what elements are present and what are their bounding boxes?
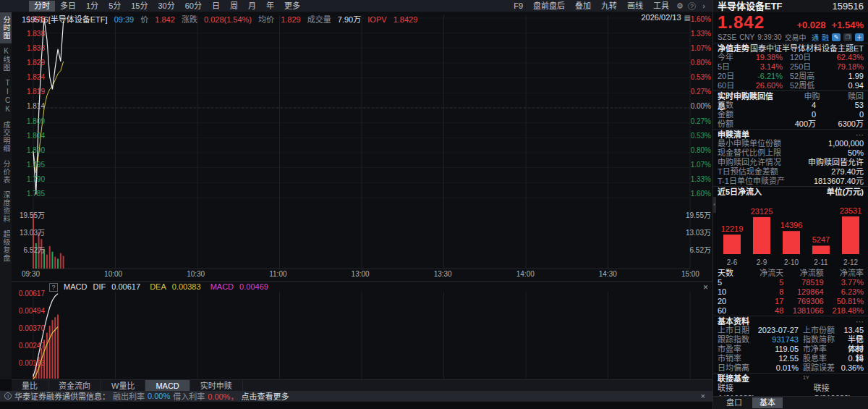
time-tick-4: 13:00: [352, 270, 370, 278]
flow-cell: 60: [718, 306, 744, 316]
see-more-link[interactable]: 点击查看更多: [241, 390, 289, 402]
view-sidebar: 分时图K线图TICK成交明细分价表深度资料超级复盘: [0, 12, 12, 379]
linked-funds-title: 联接基金: [718, 374, 749, 383]
period-button-1[interactable]: 多日: [55, 1, 81, 12]
price-tick-9: 1.800: [27, 146, 45, 154]
flow-cell: 8: [744, 287, 783, 297]
sidebar-item-5[interactable]: 深度资料: [0, 187, 12, 227]
flow-cell: 5: [718, 278, 744, 287]
percent-tick-4: 0.53%: [691, 73, 711, 81]
edit-icon[interactable]: ✎: [832, 33, 841, 41]
period-button-11[interactable]: 更多: [279, 1, 305, 12]
flow-cell: 17: [744, 297, 783, 306]
time-tick-8: 15:00: [681, 270, 699, 278]
nav-trend-link[interactable]: 净值走势: [718, 43, 749, 53]
notice-bar[interactable]: ! 华泰证券融券通供需信息： 融出利率 0.00% 借入利率 0.00%， 点击…: [0, 391, 712, 401]
sidebar-item-4[interactable]: 分价表: [0, 156, 12, 187]
exchange-label: SZSE: [718, 33, 736, 41]
intraday-chart[interactable]: [12, 12, 712, 281]
panel-tab-1[interactable]: 基本: [752, 397, 783, 408]
sidebar-item-3[interactable]: 成交明细: [0, 117, 12, 156]
panel-tabs: 盘口基本: [713, 396, 868, 409]
flow-header-2: 净流额: [783, 269, 823, 278]
macd-header: ? MACD DIF 0.00617 DEA 0.00383 MACD 0.00…: [49, 282, 276, 292]
close-icon[interactable]: ×: [701, 392, 705, 400]
clipped-bottom-panel: [0, 401, 712, 409]
percent-tick-3: 0.80%: [691, 59, 711, 67]
price-change: +0.028: [796, 20, 825, 30]
linked-fund-c[interactable]: 联接C(019633): [814, 383, 864, 393]
basic-row: 跟踪指数931743 指数简称半导体材料: [713, 335, 868, 345]
more-icon[interactable]: ⋯: [856, 130, 864, 139]
percent-tick-6: 0.00%: [691, 102, 711, 110]
price-label: 价: [140, 15, 148, 24]
tool-button-5[interactable]: 工具: [648, 1, 674, 12]
margin-badge-tong: 通: [812, 32, 819, 43]
macd-help-icon[interactable]: ?: [49, 283, 58, 292]
sidebar-item-1[interactable]: K线图: [0, 43, 12, 75]
svg-text:2-12: 2-12: [843, 258, 857, 266]
time-tick-7: 14:30: [599, 270, 617, 278]
price-tick-12: 1.785: [27, 190, 45, 198]
panel-collapse-handle[interactable]: ‹: [712, 197, 716, 213]
help-icon[interactable]: ?: [688, 2, 696, 10]
lend-rate-value: 0.00%: [148, 392, 170, 400]
period-button-10[interactable]: 年: [261, 1, 279, 12]
svg-text:23531: 23531: [839, 206, 861, 215]
list-row: 现金替代比例上限50%: [713, 148, 868, 158]
symbol-label: 159516[半导体设备ETF]: [22, 15, 108, 24]
volume-axis-left: 19.55万13.03万6.52万: [13, 209, 45, 261]
macd-chart[interactable]: [12, 282, 712, 380]
time-tick-3: 11:00: [269, 270, 286, 278]
close-icon[interactable]: ×: [703, 282, 708, 292]
flow-cell: 769306: [783, 297, 823, 306]
tool-button-4[interactable]: 画线: [622, 1, 648, 12]
tool-button-2[interactable]: 叠加: [570, 1, 596, 12]
macd-reading: MACD 0.00469: [210, 282, 272, 291]
intraday-chart-area: 159516[半导体设备ETF] 09:39 价 1.842 涨跌 0.028(…: [12, 12, 712, 281]
index-full-name: 国泰中证半导体材料设备主题ET: [750, 43, 864, 53]
sidebar-item-6[interactable]: 超级复盘: [0, 227, 12, 266]
time-tick-1: 10:00: [104, 270, 122, 278]
netflow-section-title: 近5日净流入: [718, 187, 762, 196]
perf-row: 20日-6.21% 52周高1.99: [713, 72, 868, 81]
price-tick-8: 1.804: [27, 132, 45, 140]
svg-text:12219: 12219: [720, 224, 743, 233]
percent-tick-0: 1.60%: [691, 15, 711, 23]
netflow-bar-chart[interactable]: 122192-6231252-9143962-1052472-11235312-…: [718, 196, 864, 269]
last-price: 1.842: [718, 12, 765, 33]
percent-tick-12: 1.60%: [691, 190, 711, 198]
add-icon[interactable]: ＋: [855, 33, 864, 41]
period-button-7[interactable]: 日: [207, 1, 225, 12]
sidebar-item-2[interactable]: TICK: [0, 75, 12, 117]
news-icon[interactable]: ▦: [684, 14, 691, 22]
period-button-0[interactable]: 分时: [29, 1, 55, 12]
period-button-2[interactable]: 1分: [81, 1, 103, 12]
period-button-5[interactable]: 30分: [153, 1, 180, 12]
period-button-3[interactable]: 5分: [103, 1, 126, 12]
linked-fund-a[interactable]: 联接A(019632): [718, 383, 767, 393]
price-tick-5: 1.819: [27, 88, 45, 96]
gear-icon[interactable]: ⚙: [674, 1, 686, 11]
tool-button-1[interactable]: 盘前盘后: [528, 1, 570, 12]
popout-icon[interactable]: ❐: [843, 33, 852, 41]
info-icon: !: [4, 392, 12, 400]
tool-button-3[interactable]: 九转: [596, 1, 622, 12]
sidebar-item-0[interactable]: 分时图: [0, 12, 12, 43]
flow-cell: 78519: [783, 278, 823, 287]
period-button-4[interactable]: 15分: [126, 1, 153, 12]
period-button-8[interactable]: 周: [225, 1, 243, 12]
tool-button-0[interactable]: F9: [509, 1, 528, 12]
price-tick-11: 1.790: [27, 175, 45, 183]
price-tick-2: 1.833: [27, 44, 45, 52]
period-button-6[interactable]: 60分: [180, 1, 207, 12]
dif-reading: DIF 0.00617: [93, 282, 145, 291]
fund-code: 159516: [833, 0, 864, 12]
more-icon[interactable]: ⋯: [856, 316, 864, 326]
period-button-9[interactable]: 月: [243, 1, 261, 12]
panel-tab-0[interactable]: 盘口: [719, 397, 749, 408]
lend-rate-label: 融出利率: [113, 390, 145, 402]
chevron-right-icon[interactable]: ›: [698, 1, 710, 10]
avg-value: 1.829: [281, 15, 301, 24]
percent-tick-5: 0.27%: [691, 88, 711, 96]
